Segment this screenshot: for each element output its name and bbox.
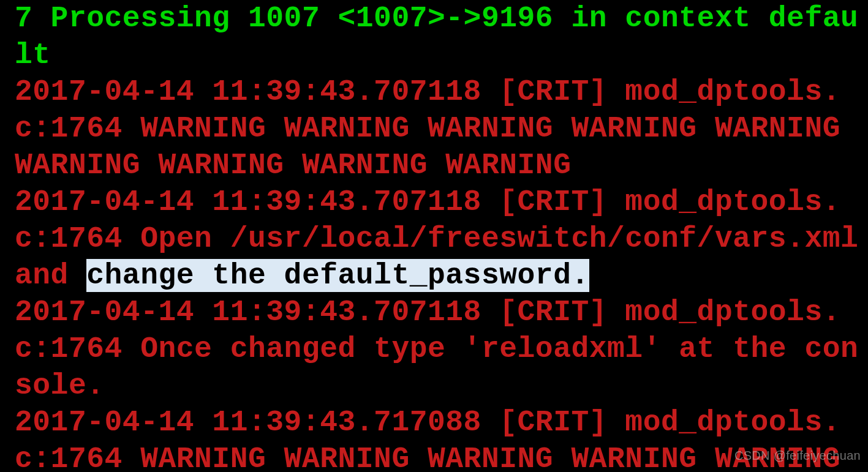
terminal-output[interactable]: 7 Processing 1007 <1007>->9196 in contex… [0, 0, 868, 472]
watermark-text: CSDN @feifeiyechuan [734, 448, 861, 463]
selected-text[interactable]: change the default_password. [86, 259, 589, 292]
log-line-info: 7 Processing 1007 <1007>->9196 in contex… [15, 2, 858, 72]
log-line-crit-warning: 2017-04-14 11:39:43.707118 [CRIT] mod_dp… [15, 75, 858, 182]
log-line-crit-warning-2: 2017-04-14 11:39:43.717088 [CRIT] mod_dp… [15, 406, 858, 472]
log-line-crit-reload: 2017-04-14 11:39:43.707118 [CRIT] mod_dp… [15, 296, 858, 402]
